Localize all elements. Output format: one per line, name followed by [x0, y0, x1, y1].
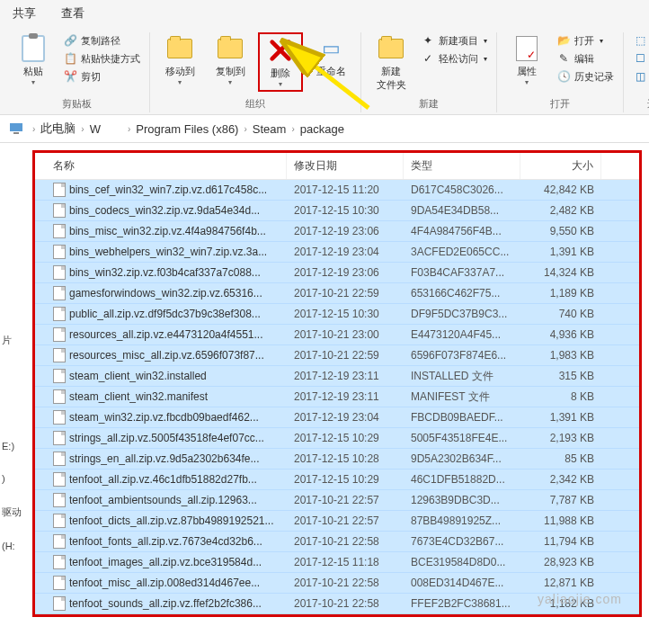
sidebar-drive-label[interactable]: 驱动 [0, 495, 25, 530]
invert-selection-button[interactable]: ◫ 反向选 [631, 68, 649, 85]
file-size: 4,936 KB [520, 328, 601, 341]
file-icon [53, 410, 66, 425]
sidebar: 片 E:) ) 驱动 (H: [0, 143, 25, 562]
svg-rect-4 [13, 132, 19, 134]
table-row[interactable]: tenfoot_sounds_all.zip.vz.ffef2b2fc386..… [35, 594, 639, 614]
sidebar-pictures[interactable]: 片 [0, 323, 25, 358]
file-type: 6596F073F874E6... [404, 349, 520, 362]
file-type: 008ED314D467E... [404, 577, 520, 589]
ribbon: 共享 查看 粘贴 ▾ 🔗 复制路径 📋 粘贴快捷方式 [0, 0, 649, 115]
file-icon [53, 514, 66, 528]
file-date: 2017-12-19 23:06 [287, 266, 404, 279]
delete-button[interactable]: 删除 ▾ [258, 32, 303, 92]
scissors-icon: ✂️ [63, 69, 77, 84]
select-none-button[interactable]: ☐ 全部取 [631, 50, 649, 67]
rename-icon: ▭ [316, 34, 345, 63]
file-icon [53, 431, 66, 445]
file-date: 2017-12-19 23:04 [287, 411, 404, 424]
column-date[interactable]: 修改日期 [287, 153, 404, 179]
crumb-pc[interactable]: 此电脑 [40, 121, 76, 137]
file-type: 653166C462F75... [404, 287, 520, 300]
copy-to-button[interactable]: 复制到 ▾ [208, 32, 253, 88]
breadcrumb[interactable]: › 此电脑 › W › Program Files (x86) › Steam … [0, 115, 649, 143]
open-button[interactable]: 📂 打开▾ [555, 32, 616, 49]
new-item-button[interactable]: ✦ 新建项目▾ [419, 32, 489, 49]
new-folder-icon [378, 39, 404, 58]
move-to-button[interactable]: 移动到 ▾ [157, 32, 202, 88]
rename-button[interactable]: ▭ 重命名 [308, 32, 353, 80]
paste-button[interactable]: 粘贴 ▾ [11, 32, 56, 88]
file-icon [53, 369, 66, 383]
sidebar-h-drive[interactable]: (H: [0, 530, 25, 562]
file-type: 46C1DFB51882D... [404, 473, 520, 486]
file-date: 2017-12-15 10:29 [287, 432, 404, 444]
table-row[interactable]: tenfoot_misc_all.zip.008ed314d467ee...20… [35, 573, 639, 594]
group-open: ✓ 属性 ▾ 📂 打开▾ ✎ 编辑 🕓 历史 [497, 32, 624, 112]
properties-button[interactable]: ✓ 属性 ▾ [504, 32, 549, 88]
table-row[interactable]: steam_client_win32.manifest2017-12-19 23… [35, 387, 639, 407]
table-row[interactable]: tenfoot_dicts_all.zip.vz.87bb4989192521.… [35, 511, 639, 532]
table-row[interactable]: bins_win32.zip.vz.f03b4caf337a7c088...20… [35, 263, 639, 283]
table-row[interactable]: tenfoot_all.zip.vz.46c1dfb51882d27fb...2… [35, 470, 639, 490]
folder-move-icon [167, 39, 192, 58]
table-row[interactable]: gamesforwindows_win32.zip.vz.65316...201… [35, 283, 639, 304]
file-date: 2017-10-21 22:58 [287, 535, 404, 548]
file-size: 11,988 KB [520, 514, 601, 527]
table-row[interactable]: bins_misc_win32.zip.vz.4f4a984756f4b...2… [35, 221, 639, 242]
crumb-folder1[interactable]: Program Files (x86) [136, 122, 238, 136]
file-name: bins_misc_win32.zip.vz.4f4a984756f4b... [69, 225, 266, 237]
copy-path-button[interactable]: 🔗 复制路径 [61, 32, 142, 49]
file-name: bins_webhelpers_win32_win7.zip.vz.3a... [69, 246, 267, 258]
file-size: 9,550 KB [520, 225, 601, 237]
table-row[interactable]: bins_webhelpers_win32_win7.zip.vz.3a...2… [35, 242, 639, 263]
file-size: 8 KB [520, 390, 601, 403]
new-folder-button[interactable]: 新建 文件夹 [369, 32, 413, 94]
svg-rect-3 [10, 123, 22, 131]
file-icon [53, 472, 66, 487]
table-row[interactable]: resources_misc_all.zip.vz.6596f073f87...… [35, 345, 639, 366]
properties-icon: ✓ [512, 34, 541, 63]
table-row[interactable]: public_all.zip.vz.df9f5dc37b9c38ef308...… [35, 304, 639, 325]
file-type: DF9F5DC37B9C3... [404, 308, 520, 320]
table-row[interactable]: tenfoot_ambientsounds_all.zip.12963...20… [35, 490, 639, 511]
table-row[interactable]: steam_win32.zip.vz.fbcdb09baedf462...201… [35, 407, 639, 428]
cut-button[interactable]: ✂️ 剪切 [61, 68, 142, 85]
paste-shortcut-button[interactable]: 📋 粘贴快捷方式 [61, 50, 142, 67]
history-button[interactable]: 🕓 历史记录 [555, 68, 616, 85]
table-row[interactable]: bins_cef_win32_win7.zip.vz.d617c458c...2… [35, 180, 639, 201]
file-icon [53, 493, 66, 507]
select-all-icon: ⬚ [633, 33, 647, 48]
edit-button[interactable]: ✎ 编辑 [555, 50, 616, 67]
file-name: bins_codecs_win32.zip.vz.9da54e34d... [69, 204, 260, 217]
table-row[interactable]: steam_client_win32.installed2017-12-19 2… [35, 366, 639, 387]
file-size: 7,787 KB [520, 494, 601, 506]
sidebar-removable[interactable]: ) [0, 462, 25, 495]
file-type: 12963B9DBC3D... [404, 494, 520, 506]
file-date: 2017-12-15 11:18 [287, 556, 404, 568]
file-size: 315 KB [520, 370, 601, 382]
column-size[interactable]: 大小 [520, 153, 601, 179]
crumb-folder3[interactable]: package [300, 122, 344, 136]
table-row[interactable]: tenfoot_images_all.zip.vz.bce319584d...2… [35, 552, 639, 573]
table-header: 名称 修改日期 类型 大小 [35, 153, 639, 180]
crumb-folder2[interactable]: Steam [253, 122, 287, 136]
tab-share[interactable]: 共享 [7, 4, 41, 23]
easy-access-button[interactable]: ✓ 轻松访问▾ [419, 50, 489, 67]
file-name: resources_misc_all.zip.vz.6596f073f87... [69, 349, 264, 362]
sidebar-e-drive[interactable]: E:) [0, 430, 25, 462]
crumb-drive[interactable]: W [90, 122, 101, 136]
file-size: 42,842 KB [520, 183, 601, 196]
table-row[interactable]: bins_codecs_win32.zip.vz.9da54e34d...201… [35, 201, 639, 221]
table-row[interactable]: resources_all.zip.vz.e4473120a4f4551...2… [35, 325, 639, 345]
table-row[interactable]: tenfoot_fonts_all.zip.vz.7673e4cd32b6...… [35, 532, 639, 552]
column-type[interactable]: 类型 [404, 153, 520, 179]
table-row[interactable]: strings_all.zip.vz.5005f43518fe4ef07cc..… [35, 428, 639, 449]
column-name[interactable]: 名称 [35, 153, 287, 179]
file-name: tenfoot_dicts_all.zip.vz.87bb4989192521.… [69, 514, 274, 527]
select-all-button[interactable]: ⬚ 全部选 [631, 32, 649, 49]
group-label-open: 打开 [550, 97, 570, 112]
file-type: E4473120A4F45... [404, 328, 520, 341]
file-icon [53, 452, 66, 466]
tab-view[interactable]: 查看 [56, 4, 90, 23]
table-row[interactable]: strings_en_all.zip.vz.9d5a2302b634fe...2… [35, 449, 639, 470]
